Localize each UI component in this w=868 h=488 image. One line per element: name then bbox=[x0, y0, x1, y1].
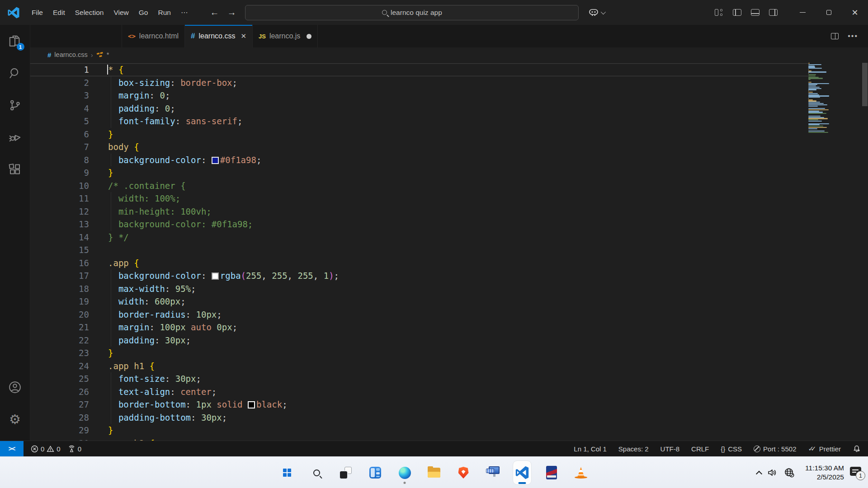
menu-go[interactable]: Go bbox=[134, 6, 153, 19]
code-line-15[interactable]: 15 bbox=[30, 244, 808, 257]
notifications-bell-icon[interactable] bbox=[853, 445, 861, 453]
scrollbar-thumb[interactable] bbox=[862, 63, 868, 106]
code-editor[interactable]: 1* {2 box-sizing: border-box;3 margin: 0… bbox=[30, 62, 868, 441]
taskbar-pes2017-button[interactable] bbox=[542, 460, 561, 485]
taskbar-widgets-button[interactable] bbox=[366, 460, 385, 485]
code-line-17[interactable]: 17 background-color: rgba(255, 255, 255,… bbox=[30, 269, 808, 282]
problems-status[interactable]: 0 0 bbox=[31, 445, 61, 453]
line-number: 19 bbox=[30, 295, 89, 308]
hidden-icons-chevron[interactable] bbox=[756, 471, 762, 477]
menu-run[interactable]: Run bbox=[153, 6, 175, 19]
code-line-2[interactable]: 2 box-sizing: border-box; bbox=[30, 76, 808, 89]
sidebar-item-extensions[interactable] bbox=[0, 153, 30, 185]
tab-learnco-js[interactable]: JS learnco.js bbox=[253, 25, 318, 47]
sidebar-item-search[interactable] bbox=[0, 57, 30, 89]
code-line-21[interactable]: 21 margin: 100px auto 0px; bbox=[30, 321, 808, 334]
volume-icon[interactable] bbox=[767, 468, 778, 478]
code-line-9[interactable]: 9} bbox=[30, 166, 808, 179]
tab-learnco-css[interactable]: # learnco.css ✕ bbox=[185, 25, 253, 47]
code-line-29[interactable]: 29} bbox=[30, 424, 808, 437]
taskbar-edge-button[interactable] bbox=[395, 460, 414, 485]
tab-close-icon[interactable]: ✕ bbox=[241, 32, 246, 40]
color-swatch[interactable] bbox=[212, 272, 219, 280]
notification-center-button[interactable]: 1 bbox=[850, 467, 863, 479]
menu-file[interactable]: File bbox=[27, 6, 48, 19]
taskbar-vlc-button[interactable] bbox=[571, 460, 590, 485]
code-line-12[interactable]: 12 min-height: 100vh; bbox=[30, 205, 808, 218]
code-line-23[interactable]: 23} bbox=[30, 347, 808, 360]
sidebar-item-run-debug[interactable] bbox=[0, 121, 30, 153]
code-text: } */ bbox=[108, 231, 129, 244]
taskbar-task-view-button[interactable] bbox=[336, 460, 355, 485]
code-line-8[interactable]: 8 background-color: #0f1a98; bbox=[30, 154, 808, 167]
code-line-11[interactable]: 11 width: 100%; bbox=[30, 192, 808, 205]
command-center-search[interactable]: learnco quiz app bbox=[245, 5, 579, 20]
code-line-5[interactable]: 5 font-family: sans-serif; bbox=[30, 115, 808, 128]
code-line-19[interactable]: 19 width: 600px; bbox=[30, 295, 808, 308]
encoding-setting[interactable]: UTF-8 bbox=[660, 445, 680, 453]
run-debug-icon bbox=[8, 131, 22, 144]
code-line-25[interactable]: 25 font-size: 30px; bbox=[30, 372, 808, 385]
formatter-status[interactable]: ✓✓ Prettier bbox=[808, 445, 841, 453]
nav-forward-icon[interactable]: → bbox=[227, 7, 236, 18]
copilot-menu[interactable] bbox=[589, 9, 604, 17]
remote-indicator[interactable]: >< bbox=[0, 441, 24, 456]
minimap[interactable] bbox=[808, 63, 831, 133]
code-line-4[interactable]: 4 padding: 0; bbox=[30, 102, 808, 115]
code-line-24[interactable]: 24.app h1 { bbox=[30, 360, 808, 373]
live-server-port[interactable]: Port : 5502 bbox=[754, 445, 796, 453]
toggle-panel-icon[interactable] bbox=[751, 9, 760, 16]
code-line-1[interactable]: 1* { bbox=[30, 63, 808, 76]
split-editor-icon[interactable] bbox=[831, 33, 839, 39]
color-swatch[interactable] bbox=[212, 157, 219, 164]
window-close-button[interactable]: ✕ bbox=[842, 0, 868, 25]
eol-setting[interactable]: CRLF bbox=[691, 445, 709, 453]
editor-scrollbar[interactable] bbox=[862, 62, 868, 441]
menu-selection[interactable]: Selection bbox=[70, 6, 109, 19]
code-line-16[interactable]: 16.app { bbox=[30, 257, 808, 270]
sidebar-item-explorer[interactable]: 1 bbox=[0, 25, 30, 57]
indentation-setting[interactable]: Spaces: 2 bbox=[618, 445, 649, 453]
code-line-14[interactable]: 14} */ bbox=[30, 231, 808, 244]
sidebar-item-source-control[interactable] bbox=[0, 89, 30, 121]
code-line-13[interactable]: 13 background-color: #0f1a98; bbox=[30, 218, 808, 231]
code-line-27[interactable]: 27 border-bottom: 1px solid black; bbox=[30, 398, 808, 411]
toggle-secondary-sidebar-icon[interactable] bbox=[769, 9, 778, 16]
taskbar-search-button[interactable] bbox=[307, 460, 326, 485]
taskbar-start-button[interactable] bbox=[278, 460, 297, 485]
menu-view[interactable]: View bbox=[108, 6, 133, 19]
settings-button[interactable]: ⚙ bbox=[0, 403, 30, 435]
language-mode[interactable]: {} CSS bbox=[721, 445, 742, 453]
taskbar-file-explorer-button[interactable] bbox=[425, 460, 443, 485]
code-line-30[interactable]: 30.app h2 { bbox=[30, 437, 808, 441]
window-minimize-button[interactable] bbox=[789, 0, 816, 25]
taskbar-brave-button[interactable] bbox=[454, 460, 473, 485]
menu-overflow[interactable]: ⋯ bbox=[176, 6, 193, 19]
taskbar-remote-pc-button[interactable] bbox=[483, 460, 502, 485]
editor-more-actions-icon[interactable]: ••• bbox=[848, 32, 858, 40]
customize-layout-icon[interactable] bbox=[715, 9, 723, 16]
code-line-20[interactable]: 20 border-radius: 10px; bbox=[30, 308, 808, 321]
window-restore-button[interactable] bbox=[816, 0, 842, 25]
network-globe-icon[interactable] bbox=[784, 467, 795, 478]
nav-back-icon[interactable]: ← bbox=[210, 7, 219, 18]
tab-learnco-html[interactable]: <> learnco.html bbox=[122, 25, 185, 47]
code-line-22[interactable]: 22 padding: 30px; bbox=[30, 334, 808, 347]
code-line-26[interactable]: 26 text-align: center; bbox=[30, 385, 808, 399]
code-line-10[interactable]: 10/* .container { bbox=[30, 179, 808, 192]
taskbar-vscode-button[interactable] bbox=[513, 460, 532, 485]
menu-edit[interactable]: Edit bbox=[48, 6, 70, 19]
code-line-7[interactable]: 7body { bbox=[30, 141, 808, 154]
code-line-6[interactable]: 6} bbox=[30, 128, 808, 141]
cursor-position[interactable]: Ln 1, Col 1 bbox=[574, 445, 607, 453]
account-button[interactable] bbox=[0, 371, 30, 403]
code-line-28[interactable]: 28 padding-bottom: 30px; bbox=[30, 411, 808, 424]
ports-status[interactable]: 0 bbox=[68, 445, 81, 453]
taskbar-clock[interactable]: 11:15:30 AM 2/5/2025 bbox=[801, 464, 844, 482]
breadcrumb-symbol[interactable]: * bbox=[107, 51, 109, 58]
code-line-3[interactable]: 3 margin: 0; bbox=[30, 89, 808, 102]
code-line-18[interactable]: 18 max-width: 95%; bbox=[30, 282, 808, 296]
toggle-sidebar-icon[interactable] bbox=[733, 9, 741, 16]
color-swatch[interactable] bbox=[248, 401, 255, 408]
breadcrumb-file[interactable]: learnco.css bbox=[54, 51, 87, 58]
